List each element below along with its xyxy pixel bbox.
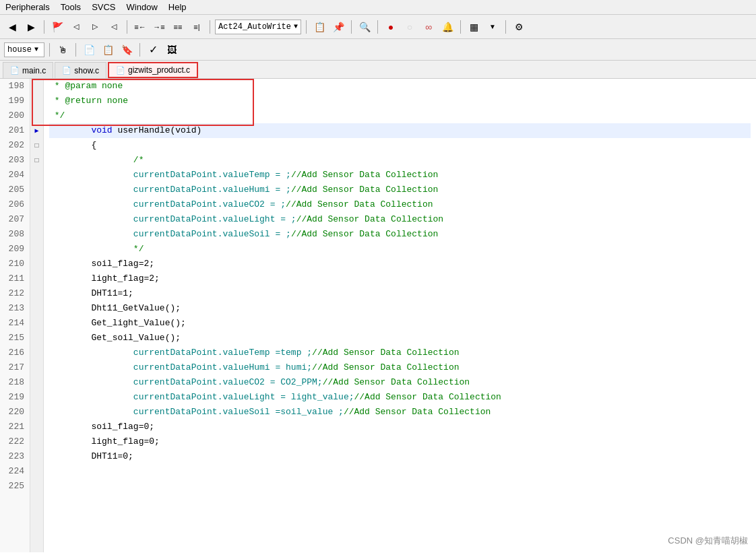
line-number-224: 224	[5, 464, 24, 479]
red-circle[interactable]: ●	[383, 19, 399, 35]
code-line-206: currentDataPoint.valueCO2 = ;//Add Senso…	[49, 197, 751, 212]
menu-peripherals[interactable]: Peripherals	[5, 2, 50, 12]
cursor-btn[interactable]: 🖱	[55, 42, 71, 58]
code-line-222: soil_flag=0;	[49, 420, 751, 434]
nav-btn-1[interactable]: ◁	[68, 19, 84, 35]
line-number-223: 223	[5, 449, 24, 464]
tabs-bar: 📄 main.c 📄 show.c 📄 gizwits_product.c	[0, 61, 756, 79]
line-number-203: 203	[5, 153, 24, 168]
line-number-209: 209	[5, 242, 24, 257]
file-btn-2[interactable]: 📋	[100, 42, 116, 58]
main-toolbar: ◀ ▶ 🚩 ◁ ▷ ◁ ≡← →≡ ≡≡ ≡| Act24_AutoWrite …	[0, 15, 756, 39]
code-line-216: Get_soil_Value();	[49, 331, 751, 346]
file-btn-3[interactable]: 🔖	[119, 42, 135, 58]
search-btn[interactable]: 🔍	[356, 19, 373, 35]
gutter-221	[30, 420, 43, 434]
line-number-201: 201	[5, 123, 24, 138]
align-button[interactable]: ≡≡	[170, 19, 186, 35]
image-btn[interactable]: 🖼	[164, 42, 180, 58]
gutter-219	[30, 390, 43, 405]
toolbar2-sep-2	[75, 43, 76, 57]
bell-btn[interactable]: 🔔	[439, 19, 455, 35]
link-btn[interactable]: ∞	[420, 19, 437, 35]
line-number-222: 222	[5, 434, 24, 449]
gutter-204	[30, 168, 43, 183]
checkmark-btn[interactable]: ✓	[145, 42, 161, 58]
toolbar-sep-7	[460, 20, 461, 34]
gutter-210	[30, 257, 43, 271]
menu-tools[interactable]: Tools	[61, 2, 81, 12]
code-line-219: currentDataPoint.valueCO2 = CO2_PPM;//Ad…	[49, 375, 751, 390]
tab-gizwits-label: gizwits_product.c	[128, 65, 190, 75]
toolbar-sep-4	[306, 20, 307, 34]
gutter-208	[30, 227, 43, 242]
code-line-202: {	[49, 138, 751, 153]
gutter-198	[30, 79, 43, 94]
code-line-215: Get_light_Value();	[49, 316, 751, 331]
gutter-205	[30, 183, 43, 197]
pin-btn[interactable]: 📌	[330, 19, 346, 35]
line-number-205: 205	[5, 183, 24, 197]
tab-main-c-icon: 📄	[10, 66, 20, 75]
code-line-221: currentDataPoint.valueSoil =soil_value ;…	[49, 405, 751, 420]
grid-btn[interactable]: ▦	[466, 19, 482, 35]
tab-gizwits-product-c[interactable]: 📄 gizwits_product.c	[108, 62, 198, 78]
indent-left-button[interactable]: ≡←	[132, 19, 148, 35]
gutter-201: ▶	[30, 123, 43, 138]
tab-main-c[interactable]: 📄 main.c	[3, 62, 53, 78]
code-line-200: */	[49, 108, 751, 123]
gutter-211	[30, 271, 43, 286]
back-button[interactable]: ◀	[4, 19, 20, 35]
line-number-208: 208	[5, 227, 24, 242]
line-number-217: 217	[5, 360, 24, 375]
gutter-214	[30, 316, 43, 331]
tab-show-c-label: show.c	[74, 66, 99, 75]
project-name: Act24_AutoWrite	[218, 22, 291, 32]
view-arrow: ▼	[34, 46, 38, 53]
code-line-204: currentDataPoint.valueTemp = ;//Add Sens…	[49, 168, 751, 183]
menu-svcs[interactable]: SVCS	[92, 2, 115, 12]
tab-show-c-icon: 📄	[62, 66, 71, 75]
forward-button[interactable]: ▶	[23, 19, 39, 35]
code-line-201: void userHandle(void)	[49, 123, 751, 138]
line-number-198: 198	[5, 79, 24, 94]
line-number-225: 225	[5, 479, 24, 494]
file-btn-1[interactable]: 📄	[81, 42, 97, 58]
nav-btn-3[interactable]: ◁	[106, 19, 122, 35]
line-number-221: 221	[5, 420, 24, 434]
dropdown-btn[interactable]: ▼	[484, 19, 501, 35]
view-label: house	[7, 45, 32, 55]
code-line-212: light_flag=2;	[49, 271, 751, 286]
code-line-211: soil_flag=2;	[49, 257, 751, 271]
code-line-208: currentDataPoint.valueSoil = ;//Add Sens…	[49, 227, 751, 242]
line-number-212: 212	[5, 286, 24, 301]
tab-show-c[interactable]: 📄 show.c	[55, 62, 106, 78]
code-content[interactable]: * @param none * @return none */ void use…	[44, 79, 756, 552]
settings-btn[interactable]: ⚙	[511, 19, 527, 35]
bookmark-button[interactable]: 🚩	[49, 19, 65, 35]
white-circle[interactable]: ○	[402, 19, 418, 35]
line-number-207: 207	[5, 212, 24, 227]
gutter-215	[30, 331, 43, 346]
copy-btn[interactable]: 📋	[311, 19, 327, 35]
project-dropdown-arrow: ▼	[294, 23, 298, 30]
format-button[interactable]: ≡|	[189, 19, 205, 35]
nav-btn-2[interactable]: ▷	[87, 19, 103, 35]
indent-right-button[interactable]: →≡	[151, 19, 167, 35]
menu-help[interactable]: Help	[168, 2, 187, 12]
collapse-gutter: ▶□□	[30, 79, 44, 552]
line-numbers: 1981992002012022032042052062072082092102…	[0, 79, 30, 552]
menubar: Peripherals Tools SVCS Window Help	[0, 0, 756, 15]
view-dropdown[interactable]: house ▼	[4, 42, 44, 57]
code-line-199: * @return none	[49, 94, 751, 108]
menu-window[interactable]: Window	[127, 2, 158, 12]
gutter-216	[30, 346, 43, 360]
toolbar-sep-6	[377, 20, 378, 34]
project-dropdown[interactable]: Act24_AutoWrite ▼	[215, 20, 301, 34]
line-number-214: 214	[5, 316, 24, 331]
line-number-204: 204	[5, 168, 24, 183]
tab-gizwits-icon: 📄	[116, 66, 125, 75]
gutter-220	[30, 405, 43, 420]
code-line-220: currentDataPoint.valueLight = light_valu…	[49, 390, 751, 405]
second-toolbar: house ▼ 🖱 📄 📋 🔖 ✓ 🖼	[0, 39, 756, 61]
